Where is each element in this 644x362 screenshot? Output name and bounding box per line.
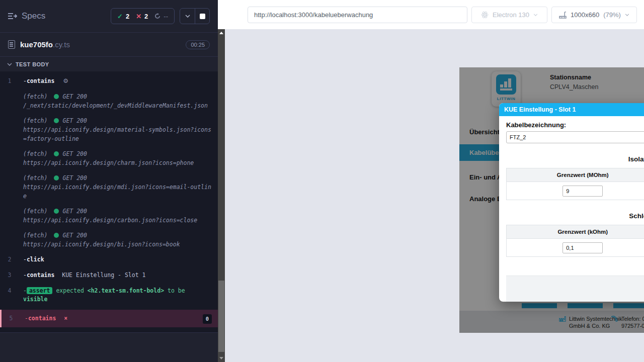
test-body-section[interactable]: TEST BODY: [0, 56, 218, 71]
command-message: KUE Einstellung - Slot 1: [62, 272, 145, 279]
app-viewport: LITTWIN Stationsname CPLV4_Maschen ⚙ Abm…: [459, 67, 644, 333]
iso-col-grenzwert: Grenzwert (MOhm): [507, 168, 644, 182]
modal-body: Kabelbezeichnung: Isolationsmessung Gren…: [499, 116, 644, 302]
assert-badge: assert: [27, 287, 53, 294]
stat-failed[interactable]: ✕ 2: [136, 13, 148, 20]
cross-icon: ✕: [136, 13, 141, 20]
fetch-log-6[interactable]: (fetch) GET 200 https://api.iconify.desi…: [0, 228, 218, 252]
retry-count-badge: 0: [203, 314, 212, 324]
electron-icon: [481, 11, 489, 19]
reporter-controls: [180, 8, 210, 24]
command-row-5-failed[interactable]: 5 -contains × 0: [0, 310, 218, 327]
check-icon: ✓: [117, 13, 123, 20]
kabelbezeichnung-input[interactable]: [506, 131, 644, 143]
cypress-reporter: Specs ✓ 2 ✕ 2 --: [0, 0, 218, 362]
browser-topbar: Electron 130 1000x660 (79%): [218, 0, 644, 29]
modal-footer: Display einschalten Speichern: [506, 276, 644, 302]
url-input[interactable]: [248, 7, 467, 23]
test-stats: ✓ 2 ✕ 2 --: [111, 8, 175, 24]
app-pane: LITTWIN Stationsname CPLV4_Maschen ⚙ Abm…: [225, 29, 644, 362]
fetch-log-4[interactable]: (fetch) GET 200 https://api.iconify.desi…: [0, 170, 218, 204]
ruler-icon: [559, 12, 567, 19]
iso-grenzwert-input[interactable]: [562, 186, 603, 197]
status-dot-icon: [54, 94, 59, 99]
kabelbezeichnung-label: Kabelbezeichnung:: [506, 121, 644, 129]
fail-x-icon: ×: [64, 315, 67, 322]
spec-file-icon: [8, 40, 15, 49]
status-dot-icon: [54, 209, 59, 214]
command-row-4[interactable]: 4 -assert expected <h2.text-sm.font-bold…: [0, 283, 218, 307]
schleifenmessung-title: Schleifenmessung: [506, 212, 644, 220]
fetch-log-3[interactable]: (fetch) GET 200 https://api.iconify.desi…: [0, 146, 218, 170]
status-dot-icon: [54, 118, 59, 123]
reporter-scrollbar[interactable]: [218, 29, 225, 362]
chevron-down-icon: [7, 63, 12, 66]
stat-passed[interactable]: ✓ 2: [117, 13, 129, 20]
viewport-size: 1000x660: [571, 11, 599, 19]
spec-file-name: kue705fo.cy.ts: [20, 40, 70, 49]
status-dot-icon: [54, 151, 59, 156]
spec-file-row[interactable]: kue705fo.cy.ts 00:25: [0, 32, 218, 56]
fetch-log-2[interactable]: (fetch) GET 200 https://api.iconify.desi…: [0, 113, 218, 146]
loop-grenzwert-input[interactable]: [562, 242, 603, 253]
spec-duration-badge: 00:25: [186, 40, 210, 49]
chevron-down-icon: [533, 14, 538, 16]
stop-icon: [200, 14, 205, 19]
specs-list-icon[interactable]: [8, 13, 17, 20]
command-row-1[interactable]: 1 -contains ⚙: [0, 73, 218, 89]
isolationsmessung-table: Grenzwert (MOhm) Verzögerung (sek): [506, 168, 644, 200]
chevron-down-icon: [625, 14, 629, 16]
collapse-button[interactable]: [180, 9, 195, 24]
gear-icon: ⚙: [63, 77, 68, 84]
test-body-label: TEST BODY: [16, 61, 49, 67]
scroll-up-arrow[interactable]: [219, 32, 223, 34]
schleifenmessung-table: Grenzwert (kOhm) Schleifenintervall (h): [506, 225, 644, 257]
specs-label[interactable]: Specs: [22, 11, 45, 21]
modal-title: KUE Einstellung - Slot 1: [504, 106, 576, 113]
viewport-info[interactable]: 1000x660 (79%): [551, 7, 637, 23]
command-row-3[interactable]: 3 -contains KUE Einstellung - Slot 1: [0, 267, 218, 283]
scrollbar-thumb[interactable]: [218, 281, 224, 352]
status-dot-icon: [54, 175, 59, 180]
isolationsmessung-title: Isolationsmessung: [506, 155, 644, 163]
fetch-log-1[interactable]: (fetch) GET 200 /_next/static/developmen…: [0, 89, 218, 113]
stop-button[interactable]: [195, 9, 209, 24]
viewport-zoom: (79%): [603, 11, 621, 19]
browser-name: Electron 130: [493, 11, 529, 19]
status-dot-icon: [54, 233, 59, 238]
command-log: 1 -contains ⚙ (fetch) GET 200 /_next/sta…: [0, 71, 218, 333]
browser-select[interactable]: Electron 130: [471, 7, 547, 23]
modal-header: KUE Einstellung - Slot 1 ✕: [499, 103, 644, 116]
kue-settings-modal: KUE Einstellung - Slot 1 ✕ Kabelbezeichn…: [499, 103, 644, 302]
chevron-down-icon: [185, 15, 190, 18]
loop-col-grenzwert: Grenzwert (kOhm): [507, 225, 644, 239]
fetch-log-5[interactable]: (fetch) GET 200 https://api.iconify.desi…: [0, 204, 218, 228]
scroll-down-arrow[interactable]: [219, 357, 223, 359]
reporter-header: Specs ✓ 2 ✕ 2 --: [0, 0, 218, 32]
refresh-icon: [154, 13, 160, 19]
screen: Specs ✓ 2 ✕ 2 --: [0, 0, 644, 362]
command-row-2[interactable]: 2 -click: [0, 252, 218, 267]
stat-pending[interactable]: --: [154, 13, 168, 20]
